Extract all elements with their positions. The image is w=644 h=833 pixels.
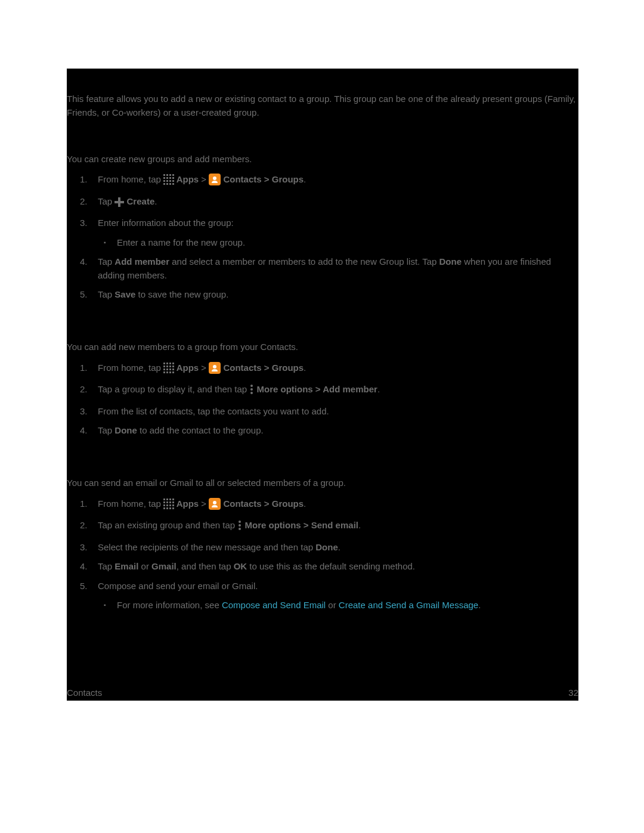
- svg-rect-20: [166, 363, 168, 364]
- svg-rect-6: [169, 177, 171, 179]
- step-text: and select a member or members to add to…: [169, 256, 439, 267]
- step-number: 3.: [80, 216, 88, 230]
- section-heading-email: Send an Email or Gmail to a Group: [67, 454, 578, 470]
- sub-text: or: [326, 600, 339, 610]
- apps-icon: [163, 498, 174, 513]
- step-text: From the list of contacts, tap the conta…: [98, 406, 329, 416]
- svg-point-55: [213, 501, 216, 504]
- dot: .: [304, 174, 306, 184]
- svg-rect-10: [169, 180, 171, 182]
- section-lead: You can add new members to a group from …: [67, 340, 578, 354]
- svg-rect-28: [166, 368, 168, 370]
- step-text: Tap: [98, 561, 114, 571]
- steps-create: 1. From home, tap Apps > Contacts > Grou…: [67, 173, 578, 308]
- svg-rect-53: [169, 507, 171, 509]
- list-item: 2. Tap a group to display it, and then t…: [67, 383, 578, 405]
- svg-rect-5: [166, 177, 168, 179]
- svg-rect-23: [163, 366, 165, 367]
- step-text: From home, tap: [98, 498, 163, 509]
- dot: .: [377, 384, 380, 394]
- bold-text: Email: [114, 561, 138, 571]
- svg-rect-29: [169, 368, 171, 370]
- footer-section: Contacts: [67, 688, 102, 698]
- sub-item: For more information, see Compose and Se…: [98, 599, 578, 612]
- contacts-icon: [209, 498, 221, 510]
- svg-rect-40: [166, 498, 168, 500]
- step-text: Tap: [98, 256, 114, 267]
- svg-rect-13: [166, 183, 168, 185]
- list-item: 1. From home, tap Apps > Contacts > Grou…: [67, 497, 578, 519]
- step-text: Tap: [98, 196, 114, 206]
- list-item: 4. Tap Add member and select a member or…: [67, 255, 578, 288]
- apps-icon: [163, 174, 174, 189]
- contacts-label: Contacts > Groups: [221, 174, 304, 184]
- svg-rect-1: [166, 174, 168, 176]
- section-heading-add: Add Contacts to a Group: [67, 318, 578, 334]
- step-number: 4.: [80, 560, 88, 574]
- step-text: to use this as the default sending metho…: [247, 561, 415, 571]
- svg-rect-48: [166, 504, 168, 506]
- step-text: Tap an existing group and then tap: [98, 520, 237, 530]
- step-number: 4.: [80, 424, 88, 438]
- svg-rect-44: [166, 501, 168, 503]
- svg-rect-41: [169, 498, 171, 500]
- list-item: 5. Tap Save to save the new group.: [67, 288, 578, 308]
- link-compose-email[interactable]: Compose and Send Email: [222, 600, 326, 610]
- step-text: Select the recipients of the new message…: [98, 542, 315, 552]
- bold-text: Done: [315, 542, 338, 552]
- contacts-label: Contacts > Groups: [221, 498, 304, 509]
- sep: >: [199, 363, 209, 373]
- svg-point-56: [239, 521, 241, 523]
- bold-text: Done: [114, 425, 137, 435]
- link-gmail-message[interactable]: Create and Send a Gmail Message: [339, 600, 478, 610]
- list-item: 3. From the list of contacts, tap the co…: [67, 405, 578, 425]
- step-text: to save the new group.: [135, 289, 228, 299]
- svg-rect-8: [163, 180, 165, 182]
- apps-label: Apps: [174, 174, 199, 184]
- steps-email: 1. From home, tap Apps > Contacts > Grou…: [67, 497, 578, 618]
- step-number: 3.: [80, 541, 88, 555]
- step-text: From home, tap: [98, 174, 163, 184]
- svg-rect-47: [163, 504, 165, 506]
- step-number: 4.: [80, 255, 88, 269]
- svg-rect-4: [163, 177, 165, 179]
- svg-rect-45: [169, 501, 171, 503]
- svg-rect-32: [166, 371, 168, 373]
- dot: .: [338, 542, 340, 552]
- create-label: Create: [124, 196, 154, 206]
- step-number: 1.: [80, 173, 88, 187]
- svg-point-58: [239, 528, 241, 530]
- plus-icon: [114, 197, 124, 211]
- page-footer: Contacts 32: [67, 688, 578, 698]
- svg-rect-19: [163, 363, 165, 364]
- sub-text: Enter a name for the new group.: [117, 237, 245, 247]
- list-item: 4. Tap Email or Gmail, and then tap OK t…: [67, 560, 578, 580]
- sub-text: .: [478, 600, 481, 610]
- step-text: Tap a group to display it, and then tap: [98, 384, 249, 394]
- intro-paragraph: This feature allows you to add a new or …: [67, 92, 578, 119]
- contacts-icon: [209, 174, 221, 185]
- step-text: Tap: [98, 425, 114, 435]
- section-lead: You can create new groups and add member…: [67, 153, 578, 166]
- svg-rect-21: [169, 363, 171, 364]
- svg-rect-31: [163, 371, 165, 373]
- step-text: , and then tap: [177, 561, 234, 571]
- svg-rect-39: [163, 498, 165, 500]
- svg-rect-51: [163, 507, 165, 509]
- list-item: 4. Tap Done to add the contact to the gr…: [67, 424, 578, 444]
- step-text: to add the contact to the group.: [137, 425, 264, 435]
- svg-rect-14: [169, 183, 171, 185]
- sep: >: [199, 498, 209, 509]
- section-heading-create: Create a New Group: [67, 130, 578, 145]
- svg-rect-12: [163, 183, 165, 185]
- list-item: 2. Tap Create.: [67, 195, 578, 217]
- svg-rect-25: [169, 366, 171, 367]
- step-number: 2.: [80, 519, 88, 532]
- bold-text: More options > Send email: [242, 520, 358, 530]
- dot: .: [304, 498, 306, 509]
- bold-text: Done: [439, 256, 462, 267]
- section-lead: You can send an email or Gmail to all or…: [67, 476, 578, 490]
- step-text: or: [138, 561, 151, 571]
- apps-icon: [163, 363, 174, 377]
- bold-text: OK: [234, 561, 247, 571]
